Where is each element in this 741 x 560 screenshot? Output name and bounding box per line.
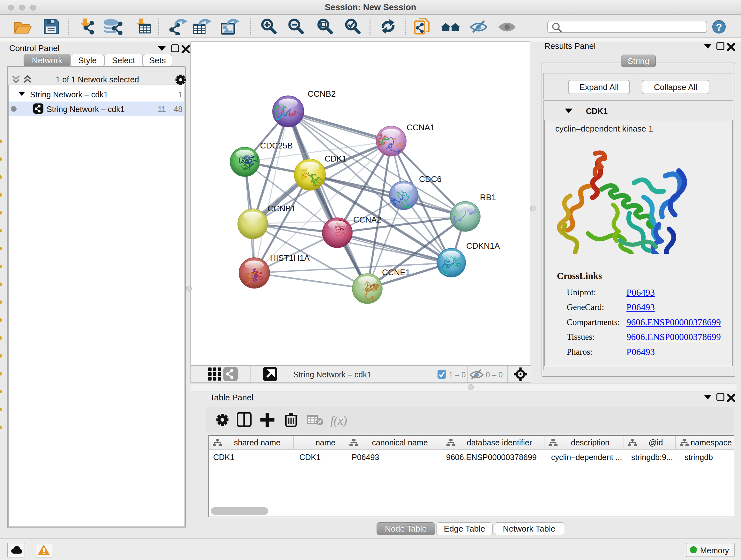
svg-text:CDC6: CDC6 (419, 174, 442, 184)
svg-text:CDKN1A: CDKN1A (466, 241, 500, 251)
svg-text:CCNB1: CCNB1 (267, 204, 295, 213)
svg-text:CCNE1: CCNE1 (382, 267, 410, 277)
svg-text:HIST1H1A: HIST1H1A (270, 253, 310, 263)
svg-text:CDK1: CDK1 (325, 154, 347, 164)
svg-text:CCNB2: CCNB2 (308, 89, 336, 99)
svg-text:CCNA1: CCNA1 (407, 123, 434, 132)
svg-text:CDC25B: CDC25B (260, 141, 293, 150)
svg-text:RB1: RB1 (480, 192, 496, 202)
svg-text:CCNA2: CCNA2 (353, 215, 381, 225)
